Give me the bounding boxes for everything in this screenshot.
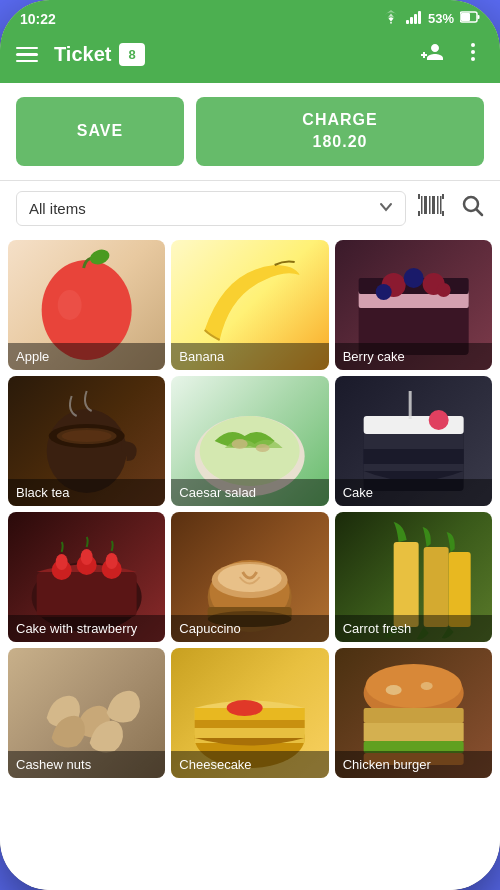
svg-rect-44 — [363, 449, 463, 464]
add-user-button[interactable] — [420, 40, 444, 69]
list-item[interactable]: Berry cake — [335, 240, 492, 370]
svg-rect-12 — [442, 194, 444, 199]
chevron-down-icon — [379, 200, 393, 217]
hamburger-menu-button[interactable] — [16, 47, 38, 63]
phone-frame: 10:22 — [0, 0, 500, 890]
svg-rect-72 — [363, 708, 463, 723]
svg-rect-73 — [363, 723, 463, 741]
svg-rect-11 — [418, 211, 420, 216]
svg-rect-15 — [424, 196, 427, 214]
svg-line-21 — [477, 210, 483, 216]
svg-rect-18 — [437, 196, 439, 214]
svg-point-40 — [256, 444, 270, 452]
item-label: Caesar salad — [171, 479, 328, 506]
svg-point-38 — [200, 416, 300, 486]
svg-point-31 — [375, 284, 391, 300]
list-item[interactable]: Chicken burger — [335, 648, 492, 778]
item-label: Cake — [335, 479, 492, 506]
item-label: Berry cake — [335, 343, 492, 370]
list-item[interactable]: Banana — [171, 240, 328, 370]
status-bar: 10:22 — [0, 0, 500, 32]
status-icons: 53% — [382, 10, 480, 27]
item-label: Banana — [171, 343, 328, 370]
svg-point-23 — [58, 290, 82, 320]
svg-rect-1 — [410, 17, 413, 24]
app-title: Ticket — [54, 43, 111, 66]
svg-rect-0 — [406, 20, 409, 24]
svg-rect-19 — [440, 196, 442, 214]
svg-rect-13 — [442, 211, 444, 216]
action-buttons: SAVE CHARGE 180.20 — [0, 83, 500, 180]
svg-point-71 — [365, 664, 461, 708]
filter-label: All items — [29, 200, 86, 217]
svg-rect-3 — [418, 11, 421, 24]
svg-rect-43 — [363, 434, 463, 449]
battery-icon — [460, 11, 480, 26]
svg-rect-10 — [418, 194, 420, 199]
title-section: Ticket 8 — [54, 43, 145, 66]
svg-point-9 — [471, 57, 475, 61]
items-grid: Apple Banana — [0, 236, 500, 890]
ticket-count-badge: 8 — [119, 43, 144, 66]
list-item[interactable]: Carrot fresh — [335, 512, 492, 642]
charge-amount: 180.20 — [208, 131, 472, 153]
item-label: Cake with strawberry — [8, 615, 165, 642]
svg-point-55 — [106, 553, 118, 569]
svg-rect-17 — [432, 196, 435, 214]
item-label: Cashew nuts — [8, 751, 165, 778]
more-menu-button[interactable] — [462, 41, 484, 68]
list-item[interactable]: Cake with strawberry — [8, 512, 165, 642]
list-item[interactable]: Cake — [335, 376, 492, 506]
list-item[interactable]: Caesar salad — [171, 376, 328, 506]
svg-point-36 — [62, 430, 112, 442]
list-item[interactable]: Apple — [8, 240, 165, 370]
item-label: Capuccino — [171, 615, 328, 642]
signal-icon — [406, 10, 422, 27]
svg-point-77 — [420, 682, 432, 690]
time: 10:22 — [20, 11, 56, 27]
charge-button[interactable]: CHARGE 180.20 — [196, 97, 484, 166]
filter-dropdown[interactable]: All items — [16, 191, 406, 226]
svg-rect-2 — [414, 14, 417, 24]
wifi-icon — [382, 10, 400, 27]
svg-point-8 — [471, 50, 475, 54]
svg-point-69 — [227, 700, 263, 716]
svg-rect-68 — [195, 720, 305, 728]
battery-percent: 53% — [428, 11, 454, 26]
filter-bar: All items — [0, 180, 500, 236]
svg-point-7 — [471, 43, 475, 47]
list-item[interactable]: Black tea — [8, 376, 165, 506]
item-label: Carrot fresh — [335, 615, 492, 642]
list-item[interactable]: Capuccino — [171, 512, 328, 642]
svg-rect-6 — [478, 15, 480, 19]
svg-point-76 — [385, 685, 401, 695]
svg-rect-49 — [37, 572, 137, 617]
top-bar-right — [420, 40, 484, 69]
svg-point-54 — [81, 549, 93, 565]
top-bar-left: Ticket 8 — [16, 43, 145, 66]
search-button[interactable] — [460, 193, 484, 223]
svg-point-39 — [232, 439, 248, 449]
item-label: Cheesecake — [171, 751, 328, 778]
svg-point-29 — [403, 268, 423, 288]
filter-icons — [418, 193, 484, 223]
svg-point-53 — [56, 554, 68, 570]
svg-point-32 — [436, 283, 450, 297]
item-label: Apple — [8, 343, 165, 370]
svg-rect-14 — [421, 196, 423, 214]
barcode-scan-button[interactable] — [418, 194, 444, 222]
item-label: Chicken burger — [335, 751, 492, 778]
phone-screen: 10:22 — [0, 0, 500, 890]
svg-rect-5 — [461, 13, 470, 21]
item-label: Black tea — [8, 479, 165, 506]
svg-rect-16 — [429, 196, 431, 214]
save-button[interactable]: SAVE — [16, 97, 184, 166]
svg-point-46 — [428, 410, 448, 430]
list-item[interactable]: Cashew nuts — [8, 648, 165, 778]
food-grid: Apple Banana — [8, 240, 492, 778]
top-bar: Ticket 8 — [0, 32, 500, 83]
svg-rect-42 — [363, 416, 463, 434]
charge-label: CHARGE — [208, 109, 472, 131]
svg-rect-47 — [408, 391, 411, 419]
list-item[interactable]: Cheesecake — [171, 648, 328, 778]
